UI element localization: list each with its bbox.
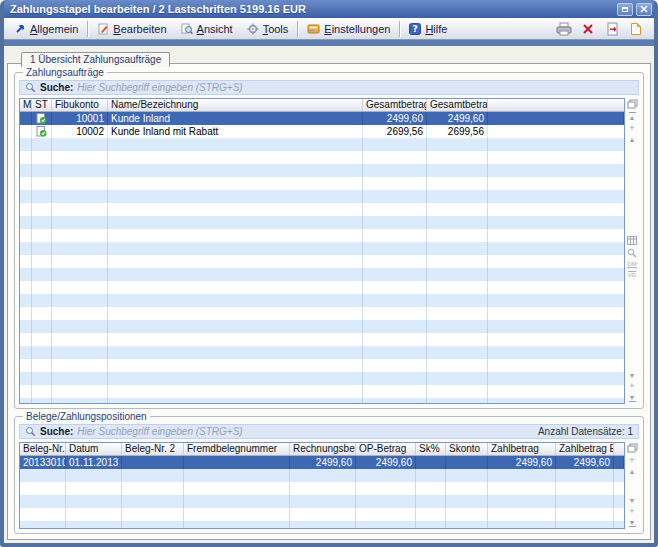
first-record-icon[interactable]: ▲ (629, 112, 636, 121)
col-header-fibukonto[interactable]: Fibukonto (52, 99, 108, 111)
col-header-zahlbetrag[interactable]: Zahlbetrag (488, 443, 556, 455)
cell-zahlbetrag-euro: 2499,60 (556, 456, 614, 469)
positions-empty-rows[interactable] (20, 469, 624, 528)
col-header-beleg-nr[interactable]: Beleg-Nr. (20, 443, 66, 455)
insert-row-top-icon[interactable]: + (629, 124, 634, 132)
insert-row-top-icon[interactable]: + (629, 456, 634, 464)
column-gridline (362, 138, 363, 403)
menu-einstellungen[interactable]: Einstellungen (300, 20, 397, 38)
cell-name: Kunde Inland mit Rabatt (108, 125, 363, 138)
previous-record-icon[interactable]: ▲ (629, 467, 636, 475)
column-gridline (183, 469, 184, 528)
grid-view-icon[interactable] (627, 236, 637, 245)
cell-rechnungsbetrag: 2499,60 (290, 456, 356, 469)
orders-search-bar[interactable]: Suche: Hier Suchbegriff eingeben (STRG+S… (19, 80, 639, 95)
col-header-st[interactable]: ST (32, 99, 52, 111)
print-icon[interactable] (556, 21, 572, 37)
content-area: 1 Übersicht Zahlungsaufträge Zahlungsauf… (4, 46, 654, 543)
column-gridline (31, 138, 32, 403)
positions-header-row: Beleg-Nr. Datum Beleg-Nr. 2 Fremdbelegnu… (20, 443, 624, 456)
col-header-filler (488, 99, 624, 111)
menu-label: Ansicht (197, 23, 233, 35)
close-icon (640, 5, 648, 13)
positions-nav-strip: + ▲ ▼ + ▼ (625, 442, 639, 529)
col-header-filler (614, 443, 624, 455)
insert-row-bottom-icon[interactable]: + (629, 382, 634, 390)
menu-ansicht[interactable]: Ansicht (174, 20, 240, 38)
search-label: Suche: (40, 82, 73, 93)
search-placeholder: Hier Suchbegriff eingeben (STRG+S) (77, 82, 242, 93)
tab-page: Zahlungsaufträge Suche: Hier Suchbegriff… (7, 63, 651, 540)
last-record-icon[interactable]: ▼ (629, 393, 636, 402)
col-header-op-betrag[interactable]: OP-Betrag (356, 443, 416, 455)
table-row[interactable]: 20133010 01.11.2013 /Fr 2499,60 2499,60 … (20, 456, 624, 469)
document-green-check-icon (32, 112, 52, 125)
column-gridline (445, 469, 446, 528)
group-zahlungsauftraege: Zahlungsaufträge Suche: Hier Suchbegriff… (14, 72, 644, 409)
cell-op-betrag: 2499,60 (356, 456, 416, 469)
search-placeholder: Hier Suchbegriff eingeben (STRG+S) (77, 426, 242, 437)
table-row[interactable]: 10002 Kunde Inland mit Rabatt 2699,56 26… (20, 125, 624, 138)
col-header-skonto[interactable]: Skonto (446, 443, 488, 455)
table-row[interactable]: 10001 Kunde Inland 2499,60 2499,60 (20, 112, 624, 125)
menu-label: Tools (263, 23, 289, 35)
col-header-beleg-nr-2[interactable]: Beleg-Nr. 2 (122, 443, 184, 455)
tab-strip: 1 Übersicht Zahlungsaufträge (7, 48, 651, 63)
column-chooser-icon[interactable] (627, 99, 638, 109)
cell-beleg-nr: 20133010 (20, 456, 66, 469)
menu-label: Hilfe (425, 23, 447, 35)
zoom-record-icon[interactable] (627, 248, 637, 258)
positions-search-bar[interactable]: Suche: Hier Suchbegriff eingeben (STRG+S… (19, 424, 639, 439)
col-header-rechnungsbetrag[interactable]: Rechnungsbetrag (290, 443, 356, 455)
column-chooser-icon[interactable] (627, 443, 638, 453)
cell-datum: 01.11.2013 /Fr (66, 456, 122, 469)
cell-fibukonto: 10002 (52, 125, 108, 138)
export-document-icon[interactable] (604, 21, 620, 37)
group-belege-zahlungspositionen: Belege/Zahlungspositionen Suche: Hier Su… (14, 416, 644, 534)
menu-hilfe[interactable]: ? Hilfe (402, 20, 454, 38)
menu-bearbeiten[interactable]: Bearbeiten (90, 20, 173, 38)
search-icon (25, 82, 36, 93)
column-gridline (121, 469, 122, 528)
col-header-fremdbelegnummer[interactable]: Fremdbelegnummer (184, 443, 290, 455)
tab-label: 1 Übersicht Zahlungsaufträge (30, 54, 161, 65)
orders-header-row: M ST Fibukonto Name/Bezeichnung Gesamtbe… (20, 99, 624, 112)
menu-allgemein[interactable]: Allgemein (8, 20, 85, 38)
col-header-gesamtbetrag-euro[interactable]: Gesamtbetrag Euro (427, 99, 488, 111)
restore-button[interactable] (617, 3, 633, 16)
cell-gesamtbetrag-euro: 2499,60 (427, 112, 488, 125)
col-header-zahlbetrag-euro[interactable]: Zahlbetrag Euro (556, 443, 614, 455)
next-record-icon[interactable]: ▼ (629, 496, 636, 504)
menu-label: Allgemein (30, 23, 78, 35)
next-record-icon[interactable]: ▼ (629, 371, 636, 379)
svg-text:?: ? (413, 24, 418, 34)
cell-zahlbetrag: 2499,60 (488, 456, 556, 469)
col-header-datum[interactable]: Datum (66, 443, 122, 455)
cell-gesamtbetrag: 2699,56 (363, 125, 427, 138)
column-gridline (289, 469, 290, 528)
orders-empty-rows[interactable] (20, 138, 624, 403)
col-header-name[interactable]: Name/Bezeichnung (108, 99, 363, 111)
eur-currency-icon[interactable]: VD (628, 271, 636, 278)
col-header-m[interactable]: M (20, 99, 32, 111)
dm-currency-icon[interactable]: DM (627, 261, 636, 268)
delete-red-x-icon[interactable] (580, 21, 596, 37)
previous-record-icon[interactable]: ▲ (629, 135, 636, 143)
menu-tools[interactable]: Tools (240, 20, 296, 38)
column-gridline (107, 138, 108, 403)
document-green-check-icon (32, 125, 52, 138)
app-window: Zahlungsstapel bearbeiten / 2 Lastschrif… (0, 0, 658, 547)
cell-name: Kunde Inland (108, 112, 363, 125)
orders-table: M ST Fibukonto Name/Bezeichnung Gesamtbe… (19, 98, 625, 404)
tab-uebersicht-zahlungsauftraege[interactable]: 1 Übersicht Zahlungsaufträge (21, 52, 170, 67)
record-count: Anzahl Datensätze: 1 (538, 426, 633, 437)
insert-row-bottom-icon[interactable]: + (629, 507, 634, 515)
col-header-sk-prozent[interactable]: Sk% (416, 443, 446, 455)
last-record-icon[interactable]: ▼ (629, 518, 636, 527)
col-header-gesamtbetrag[interactable]: Gesamtbetrag (363, 99, 427, 111)
menu-separator (399, 21, 400, 37)
search-icon (25, 426, 36, 437)
new-document-icon[interactable] (628, 21, 644, 37)
cell-fibukonto: 10001 (52, 112, 108, 125)
close-button[interactable] (636, 3, 652, 16)
